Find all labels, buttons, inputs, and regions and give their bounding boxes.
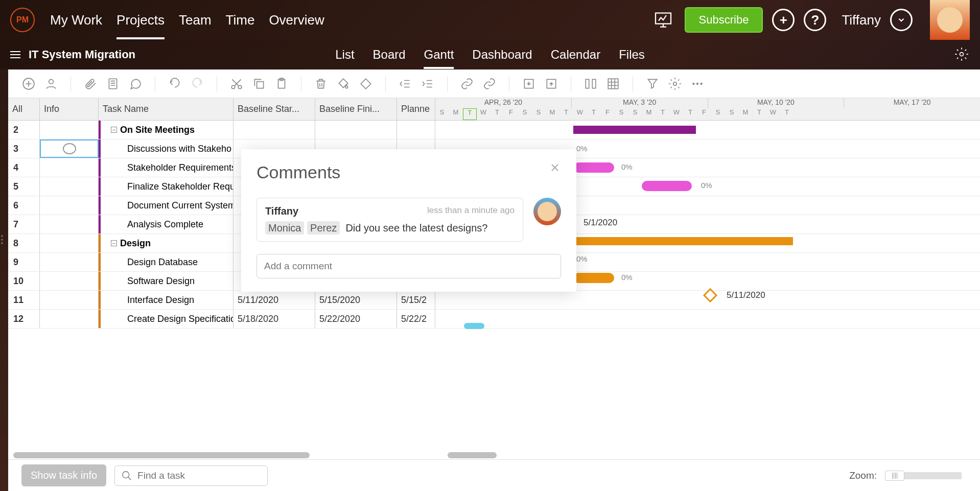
settings-icon[interactable] — [954, 47, 970, 62]
filter-icon[interactable] — [645, 77, 660, 91]
planned-cell[interactable]: 5/15/2 — [397, 291, 435, 309]
baseline-start-cell[interactable]: 5/11/2020 — [234, 291, 315, 309]
horizontal-scrollbar-left[interactable] — [13, 452, 310, 458]
columns-icon[interactable] — [584, 77, 598, 91]
info-cell[interactable] — [40, 234, 99, 252]
find-task-box[interactable] — [114, 465, 268, 486]
task-name-cell[interactable]: Stakeholder Requirements — [99, 158, 234, 177]
cut-icon[interactable] — [229, 77, 244, 91]
baseline-start-cell[interactable] — [234, 121, 315, 139]
attach-icon[interactable] — [83, 77, 98, 91]
redo-icon[interactable] — [190, 77, 204, 91]
assign-icon[interactable] — [44, 77, 58, 91]
undo-icon[interactable] — [168, 77, 182, 91]
view-board[interactable]: Board — [373, 40, 406, 69]
info-cell[interactable] — [40, 121, 99, 139]
task-name-cell[interactable]: Document Current System — [99, 196, 234, 215]
info-cell[interactable] — [40, 177, 99, 196]
more-icon[interactable] — [690, 77, 705, 91]
comment-input[interactable] — [256, 254, 561, 278]
unlink-icon[interactable] — [482, 77, 497, 91]
help-button[interactable]: ? — [804, 9, 826, 31]
comment-icon[interactable] — [128, 77, 143, 91]
user-name[interactable]: Tiffany — [842, 12, 881, 28]
zoom-slider[interactable] — [885, 472, 962, 479]
view-gantt[interactable]: Gantt — [424, 40, 454, 69]
nav-overview[interactable]: Overview — [269, 1, 324, 39]
link-icon[interactable] — [460, 77, 474, 91]
indent-icon[interactable] — [421, 77, 435, 91]
comment-avatar[interactable] — [533, 198, 561, 225]
info-cell[interactable] — [40, 139, 99, 158]
subscribe-button[interactable]: Subscribe — [685, 7, 763, 33]
view-list[interactable]: List — [335, 40, 354, 69]
view-files[interactable]: Files — [619, 40, 645, 69]
user-dropdown-icon[interactable] — [890, 9, 913, 31]
import-icon[interactable] — [522, 77, 536, 91]
planned-cell[interactable] — [397, 121, 435, 139]
info-cell[interactable] — [40, 215, 99, 233]
task-name-cell[interactable]: Discussions with Stakeho — [99, 139, 234, 158]
user-avatar[interactable] — [930, 0, 970, 40]
find-task-input[interactable] — [137, 470, 261, 481]
task-name-cell[interactable]: Finalize Stakeholder Requ — [99, 177, 234, 196]
header-baseline-finish[interactable]: Baseline Fini... — [315, 98, 397, 120]
export-icon[interactable] — [544, 77, 558, 91]
notes-icon[interactable] — [106, 77, 120, 91]
hamburger-icon[interactable] — [10, 51, 20, 58]
gear-toolbar-icon[interactable] — [668, 77, 682, 91]
view-calendar[interactable]: Calendar — [551, 40, 600, 69]
gantt-milestone[interactable] — [703, 288, 717, 302]
header-baseline-start[interactable]: Baseline Star... — [234, 98, 315, 120]
header-info[interactable]: Info — [40, 98, 99, 120]
logo[interactable]: PM — [10, 8, 35, 32]
add-task-icon[interactable] — [21, 77, 36, 91]
fill-icon[interactable] — [336, 77, 351, 91]
header-task-name[interactable]: Task Name — [99, 98, 234, 120]
nav-projects[interactable]: Projects — [116, 1, 165, 39]
presentation-icon[interactable] — [651, 8, 675, 32]
copy-icon[interactable] — [252, 77, 266, 91]
info-cell[interactable] — [40, 272, 99, 290]
milestone-icon[interactable] — [359, 77, 373, 91]
horizontal-scrollbar-right[interactable] — [448, 452, 497, 458]
task-name-cell[interactable]: Analysis Complete — [99, 215, 234, 233]
gantt-summary-bar[interactable] — [573, 126, 696, 134]
delete-icon[interactable] — [314, 77, 328, 91]
task-name-cell[interactable]: Create Design Specificatio — [99, 310, 234, 328]
info-cell[interactable] — [40, 196, 99, 215]
header-planned[interactable]: Planne — [397, 98, 435, 120]
info-cell[interactable] — [40, 158, 99, 177]
gantt-task-bar[interactable] — [573, 162, 614, 173]
task-name-cell[interactable]: Software Design — [99, 272, 234, 290]
baseline-finish-cell[interactable]: 5/15/2020 — [315, 291, 397, 309]
planned-cell[interactable]: 5/22/2 — [397, 310, 435, 328]
gantt-task-bar[interactable] — [642, 181, 692, 191]
show-task-info-button[interactable]: Show task info — [21, 464, 106, 486]
nav-time[interactable]: Time — [226, 1, 255, 39]
baseline-start-cell[interactable]: 5/18/2020 — [234, 310, 315, 328]
paste-icon[interactable] — [274, 77, 289, 91]
outdent-icon[interactable] — [398, 77, 412, 91]
task-name-cell[interactable]: Design — [99, 234, 234, 252]
baseline-finish-cell[interactable] — [315, 121, 397, 139]
mention-tag[interactable]: Monica — [265, 221, 304, 235]
info-cell[interactable] — [40, 310, 99, 328]
info-cell[interactable] — [40, 291, 99, 309]
gantt-task-bar[interactable] — [573, 273, 614, 283]
header-all[interactable]: All — [8, 98, 40, 120]
info-cell[interactable] — [40, 253, 99, 271]
task-name-cell[interactable]: Interface Design — [99, 291, 234, 309]
mention-tag[interactable]: Perez — [307, 221, 340, 235]
zoom-thumb[interactable] — [885, 471, 904, 481]
add-button[interactable]: + — [772, 9, 795, 31]
gantt-summary-bar[interactable] — [573, 237, 793, 245]
view-dashboard[interactable]: Dashboard — [472, 40, 532, 69]
task-name-cell[interactable]: On Site Meetings — [99, 121, 234, 139]
grid-icon[interactable] — [606, 77, 620, 91]
nav-team[interactable]: Team — [179, 1, 212, 39]
nav-my-work[interactable]: My Work — [50, 1, 102, 39]
comments-close-icon[interactable] — [549, 161, 564, 177]
sidebar-drag-handle[interactable] — [1, 235, 3, 244]
baseline-finish-cell[interactable]: 5/22/2020 — [315, 310, 397, 328]
